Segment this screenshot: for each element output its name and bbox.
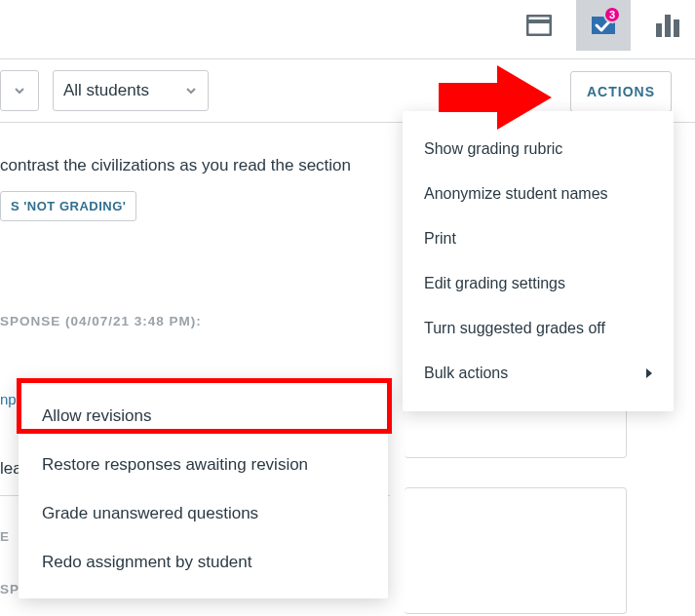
menu-item-label: Print (424, 230, 456, 248)
action-bulk-actions[interactable]: Bulk actions (403, 351, 674, 396)
menu-item-label: Restore responses awaiting revision (42, 455, 308, 474)
menu-item-label: Allow revisions (42, 406, 151, 425)
action-print[interactable]: Print (403, 216, 674, 261)
actions-button-label: ACTIONS (587, 84, 655, 99)
students-filter-label: All students (63, 81, 184, 100)
stats-icon[interactable] (654, 12, 681, 39)
action-anonymize-student-names[interactable]: Anonymize student names (403, 172, 674, 216)
menu-item-label: Grade unanswered questions (42, 504, 258, 522)
menu-item-label: Edit grading settings (424, 275, 565, 292)
bulk-actions-dropdown: Allow revisions Restore responses awaiti… (19, 380, 388, 598)
menu-item-label: Show grading rubric (424, 140, 562, 158)
action-show-grading-rubric[interactable]: Show grading rubric (403, 127, 674, 172)
svg-rect-1 (527, 19, 551, 23)
actions-dropdown: Show grading rubric Anonymize student na… (403, 111, 674, 411)
svg-rect-0 (527, 16, 551, 35)
svg-rect-2 (656, 23, 662, 37)
not-grading-chip[interactable]: S 'NOT GRADING' (0, 191, 136, 221)
svg-rect-3 (665, 15, 671, 37)
bulk-restore-responses[interactable]: Restore responses awaiting revision (19, 441, 388, 489)
students-filter-select[interactable]: All students (53, 70, 209, 111)
actions-button[interactable]: ACTIONS (570, 71, 672, 112)
menu-item-label: Redo assignment by student (42, 553, 251, 571)
chevron-down-icon (184, 84, 198, 97)
menu-item-label: Turn suggested grades off (424, 320, 605, 337)
action-edit-grading-settings[interactable]: Edit grading settings (403, 261, 674, 306)
meta-fragment-2: E (0, 529, 10, 544)
link-fragment[interactable]: np (0, 391, 17, 407)
card-edge-2 (405, 487, 627, 614)
prompt-text-fragment: contrast the civilizations as you read t… (0, 156, 351, 175)
bulk-grade-unanswered[interactable]: Grade unanswered questions (19, 489, 388, 538)
menu-item-label: Anonymize student names (424, 185, 608, 203)
card-icon[interactable] (525, 12, 553, 39)
inbox-icon-wrap[interactable]: 3 (576, 0, 631, 51)
submenu-arrow-icon (646, 368, 652, 378)
svg-rect-4 (674, 19, 679, 37)
filter-select-1[interactable] (0, 70, 39, 111)
menu-item-label: Bulk actions (424, 365, 508, 382)
bulk-allow-revisions[interactable]: Allow revisions (19, 392, 388, 441)
top-icon-bar: 3 (525, 0, 681, 51)
notification-badge: 3 (603, 6, 621, 23)
action-turn-suggested-grades-off[interactable]: Turn suggested grades off (403, 306, 674, 351)
bulk-redo-assignment[interactable]: Redo assignment by student (19, 538, 388, 587)
chevron-down-icon (13, 84, 26, 97)
response-meta-fragment: SPONSE (04/07/21 3:48 PM): (0, 314, 202, 328)
